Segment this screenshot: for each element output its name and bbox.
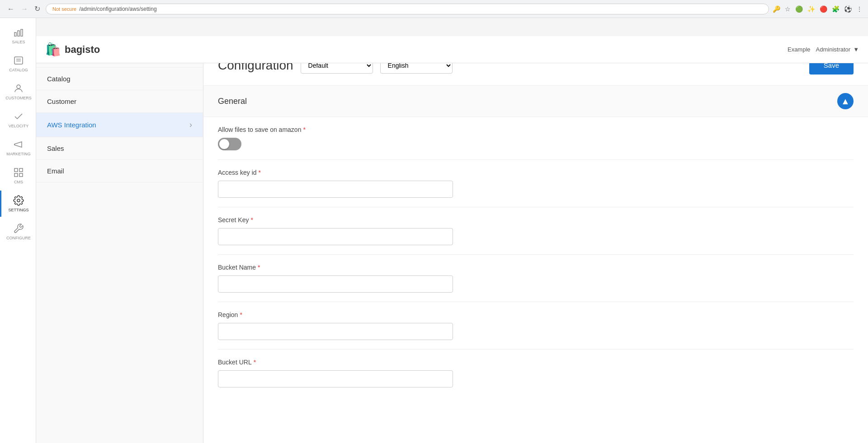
svg-rect-9 xyxy=(14,168,18,172)
forward-button[interactable]: → xyxy=(19,4,30,14)
chevron-right-icon: › xyxy=(189,120,192,130)
sidebar-label-customers: CUSTOMERS xyxy=(5,96,31,100)
region-label: Region * xyxy=(218,311,854,318)
user-info[interactable]: Example Administrator ▼ xyxy=(788,46,859,53)
app-logo: 🛍️ bagisto xyxy=(45,42,100,57)
content-area: Configuration Default English Arabic Fre… xyxy=(203,45,868,443)
browser-icons: 🔑 ☆ 🟢 ✨ 🔴 🧩 ⚽ ⋮ xyxy=(773,5,863,13)
bucket-url-input[interactable] xyxy=(218,370,453,387)
svg-rect-1 xyxy=(18,31,19,36)
left-nav-label-catalog: Catalog xyxy=(47,75,71,83)
svg-rect-10 xyxy=(19,168,23,172)
bucket-name-label: Bucket Name * xyxy=(218,264,854,271)
access-key-id-input[interactable] xyxy=(218,181,453,198)
reload-button[interactable]: ↻ xyxy=(33,4,42,14)
left-nav: GeneralCatalogCustomerAWS Integration›Sa… xyxy=(36,45,203,443)
bucket-name-required: * xyxy=(258,264,260,271)
sidebar-item-catalog[interactable]: CATALOG xyxy=(0,51,36,77)
toggle-up-icon: ▲ xyxy=(841,96,850,107)
sidebar-label-marketing: MARKETING xyxy=(6,152,31,156)
region-required: * xyxy=(240,311,242,318)
browser-nav: ← → ↻ xyxy=(5,4,42,14)
region-input[interactable] xyxy=(218,323,453,340)
sidebar-label-velocity: VELOCITY xyxy=(9,124,29,128)
secret-key-label: Secret Key * xyxy=(218,216,854,224)
ext1-icon: 🟢 xyxy=(795,5,803,13)
bucket-url-field: Bucket URL * xyxy=(203,350,868,396)
sidebar-item-configure[interactable]: CONFIGURE xyxy=(0,219,36,245)
sidebar-item-marketing[interactable]: MARKETING xyxy=(0,135,36,161)
access-key-required: * xyxy=(259,169,261,176)
app-container: SALES CATALOG CUSTOMERS VELOCITY MARKETI… xyxy=(0,18,868,443)
bucket-url-label: Bucket URL * xyxy=(218,359,854,366)
sidebar-label-cms: CMS xyxy=(14,180,23,184)
wrench-icon xyxy=(13,223,24,234)
svg-marker-7 xyxy=(14,142,22,147)
left-nav-label-sales: Sales xyxy=(47,145,64,152)
ext4-icon: 🧩 xyxy=(832,5,840,13)
check-icon xyxy=(13,111,24,122)
left-nav-item-catalog[interactable]: Catalog xyxy=(36,68,203,90)
bucket-name-input[interactable] xyxy=(218,275,453,293)
security-warning: Not secure xyxy=(52,6,76,12)
menu-icon[interactable]: ⋮ xyxy=(856,5,863,13)
sidebar-item-customers[interactable]: CUSTOMERS xyxy=(0,79,36,105)
svg-point-6 xyxy=(17,85,20,89)
svg-rect-0 xyxy=(14,33,16,36)
left-nav-item-email[interactable]: Email xyxy=(36,160,203,182)
secret-key-input[interactable] xyxy=(218,228,453,245)
svg-rect-3 xyxy=(14,57,23,64)
logo-text: bagisto xyxy=(65,44,100,56)
user-role: Administrator xyxy=(816,46,851,53)
svg-rect-11 xyxy=(14,173,18,177)
allow-amazon-label: Allow files to save on amazon * xyxy=(218,126,854,133)
user-name: Example xyxy=(788,46,811,53)
secret-key-required: * xyxy=(250,216,253,224)
address-bar[interactable]: Not secure /admin/configuration/aws/sett… xyxy=(46,4,769,14)
sidebar-label-configure: CONFIGURE xyxy=(6,236,31,240)
ext5-icon: ⚽ xyxy=(844,5,852,13)
person-icon xyxy=(13,83,24,94)
list-icon xyxy=(13,55,24,66)
grid-icon xyxy=(13,167,24,178)
user-dropdown-icon[interactable]: ▼ xyxy=(853,46,859,53)
sidebar-item-velocity[interactable]: VELOCITY xyxy=(0,107,36,133)
left-nav-item-customer[interactable]: Customer xyxy=(36,90,203,113)
general-section-header: General ▲ xyxy=(203,86,868,117)
section-toggle-button[interactable]: ▲ xyxy=(837,93,854,109)
star-icon[interactable]: ☆ xyxy=(785,5,791,13)
allow-amazon-required: * xyxy=(303,126,305,133)
bag-icon: 🛍️ xyxy=(45,42,61,57)
left-nav-item-sales[interactable]: Sales xyxy=(36,137,203,160)
bucket-url-required: * xyxy=(254,359,256,366)
megaphone-icon xyxy=(13,139,24,150)
left-nav-label-aws_integration: AWS Integration xyxy=(47,121,96,129)
sidebar-item-sales[interactable]: SALES xyxy=(0,23,36,49)
app-header: 🛍️ bagisto Example Administrator ▼ xyxy=(36,36,868,63)
svg-rect-2 xyxy=(21,29,23,36)
ext2-icon: ✨ xyxy=(807,5,815,13)
region-field: Region * xyxy=(203,302,868,349)
browser-bar: ← → ↻ Not secure /admin/configuration/aw… xyxy=(0,0,868,18)
key-icon: 🔑 xyxy=(773,5,780,13)
left-nav-item-aws_integration[interactable]: AWS Integration› xyxy=(36,113,203,137)
gear-icon xyxy=(13,195,24,206)
ext3-icon: 🔴 xyxy=(820,5,827,13)
icon-sidebar: SALES CATALOG CUSTOMERS VELOCITY MARKETI… xyxy=(0,18,36,443)
sidebar-item-cms[interactable]: CMS xyxy=(0,163,36,189)
left-nav-label-email: Email xyxy=(47,167,64,175)
general-section-title: General xyxy=(218,97,247,106)
main-wrapper: GeneralCatalogCustomerAWS Integration›Sa… xyxy=(36,45,868,443)
access-key-id-label: Access key id * xyxy=(218,169,854,176)
bar-chart-icon xyxy=(13,27,24,38)
secret-key-field: Secret Key * xyxy=(203,207,868,254)
left-nav-label-customer: Customer xyxy=(47,98,76,105)
allow-amazon-field: Allow files to save on amazon * xyxy=(203,117,868,159)
sidebar-label-catalog: CATALOG xyxy=(9,68,28,72)
svg-point-13 xyxy=(17,199,20,202)
url-text: /admin/configuration/aws/setting xyxy=(79,6,156,12)
back-button[interactable]: ← xyxy=(5,4,16,14)
allow-amazon-toggle[interactable] xyxy=(218,138,241,150)
sidebar-item-settings[interactable]: SETTINGS xyxy=(0,191,36,217)
svg-rect-12 xyxy=(19,173,23,177)
